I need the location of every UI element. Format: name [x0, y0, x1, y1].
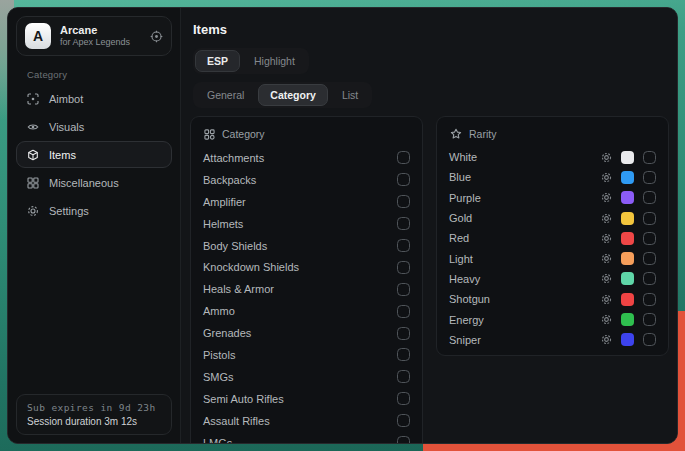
category-row: Heals & Armor	[203, 278, 410, 300]
category-list: AttachmentsBackpacksAmplifierHelmetsBody…	[203, 147, 410, 444]
category-checkbox-helmets[interactable]	[397, 217, 410, 230]
color-swatch-energy[interactable]	[621, 313, 634, 326]
rarity-item-label: White	[449, 151, 592, 163]
rarity-panel: Rarity WhiteBluePurpleGoldRedLightHeavyS…	[436, 116, 669, 356]
category-checkbox-smgs[interactable]	[397, 370, 410, 383]
sidebar-item-miscellaneous[interactable]: Miscellaneous	[16, 169, 172, 196]
rarity-row: Shotgun	[449, 289, 656, 309]
color-swatch-blue[interactable]	[621, 171, 634, 184]
category-item-label: Pistols	[203, 349, 235, 361]
gear-icon[interactable]	[601, 334, 612, 345]
category-row: Backpacks	[203, 169, 410, 191]
sidebar-item-label: Aimbot	[49, 93, 83, 105]
rarity-row: White	[449, 147, 656, 167]
sidebar-item-label: Visuals	[49, 121, 84, 133]
category-checkbox-heals-armor[interactable]	[397, 283, 410, 296]
gear-icon[interactable]	[601, 273, 612, 284]
rarity-item-label: Shotgun	[449, 293, 592, 305]
rarity-row: Sniper	[449, 330, 656, 350]
category-checkbox-knockdown-shields[interactable]	[397, 261, 410, 274]
rarity-row: Blue	[449, 167, 656, 187]
sidebar-item-label: Items	[49, 149, 76, 161]
color-swatch-light[interactable]	[621, 252, 634, 265]
rarity-row: Light	[449, 248, 656, 268]
rarity-panel-header: Rarity	[450, 128, 656, 140]
rarity-checkbox-light[interactable]	[643, 252, 656, 265]
star-icon	[450, 128, 462, 140]
category-row: SMGs	[203, 366, 410, 388]
category-checkbox-backpacks[interactable]	[397, 173, 410, 186]
color-swatch-heavy[interactable]	[621, 272, 634, 285]
rarity-item-label: Blue	[449, 171, 592, 183]
category-item-label: Ammo	[203, 305, 235, 317]
color-swatch-white[interactable]	[621, 151, 634, 164]
sidebar-item-label: Settings	[49, 205, 89, 217]
gear-icon[interactable]	[601, 152, 612, 163]
category-panel-header: Category	[204, 128, 410, 140]
view-tab-group: GeneralCategoryList	[193, 82, 372, 108]
category-row: Attachments	[203, 147, 410, 169]
sidebar-item-aimbot[interactable]: Aimbot	[16, 85, 172, 112]
gear-icon[interactable]	[601, 253, 612, 264]
gear-icon[interactable]	[601, 294, 612, 305]
category-checkbox-semi-auto-rifles[interactable]	[397, 392, 410, 405]
sidebar-nav: AimbotVisualsItemsMiscellaneousSettings	[8, 85, 180, 224]
rarity-item-label: Light	[449, 253, 592, 265]
category-checkbox-amplifier[interactable]	[397, 195, 410, 208]
tab-list[interactable]: List	[330, 84, 370, 106]
category-item-label: SMGs	[203, 371, 234, 383]
rarity-checkbox-white[interactable]	[643, 151, 656, 164]
app-header-card: A Arcane for Apex Legends	[16, 16, 172, 56]
category-checkbox-assault-rifles[interactable]	[397, 414, 410, 427]
tab-category[interactable]: Category	[258, 84, 328, 106]
subscription-info-card: Sub expires in 9d 23h Session duration 3…	[16, 394, 172, 435]
arcane-window: A Arcane for Apex Legends Category Aimbo…	[7, 7, 678, 444]
category-row: Body Shields	[203, 235, 410, 257]
target-icon[interactable]	[150, 30, 163, 43]
tab-highlight[interactable]: Highlight	[242, 50, 307, 72]
gear-icon[interactable]	[601, 213, 612, 224]
tab-esp[interactable]: ESP	[195, 50, 240, 72]
sidebar-item-visuals[interactable]: Visuals	[16, 113, 172, 140]
category-checkbox-ammo[interactable]	[397, 305, 410, 318]
rarity-item-label: Red	[449, 232, 592, 244]
gear-icon[interactable]	[601, 233, 612, 244]
category-checkbox-body-shields[interactable]	[397, 239, 410, 252]
rarity-checkbox-energy[interactable]	[643, 313, 656, 326]
category-item-label: Body Shields	[203, 240, 267, 252]
rarity-checkbox-red[interactable]	[643, 232, 656, 245]
color-swatch-sniper[interactable]	[621, 333, 634, 346]
rarity-item-label: Sniper	[449, 334, 592, 346]
gear-icon[interactable]	[601, 172, 612, 183]
rarity-item-label: Gold	[449, 212, 592, 224]
tab-general[interactable]: General	[195, 84, 256, 106]
gear-icon[interactable]	[601, 314, 612, 325]
sidebar-item-items[interactable]: Items	[16, 141, 172, 168]
sidebar-item-settings[interactable]: Settings	[16, 197, 172, 224]
category-checkbox-grenades[interactable]	[397, 327, 410, 340]
rarity-checkbox-purple[interactable]	[643, 191, 656, 204]
color-swatch-gold[interactable]	[621, 212, 634, 225]
rarity-checkbox-sniper[interactable]	[643, 333, 656, 346]
rarity-checkbox-heavy[interactable]	[643, 272, 656, 285]
color-swatch-purple[interactable]	[621, 191, 634, 204]
category-checkbox-pistols[interactable]	[397, 348, 410, 361]
color-swatch-shotgun[interactable]	[621, 293, 634, 306]
category-checkbox-attachments[interactable]	[397, 151, 410, 164]
rarity-row: Red	[449, 228, 656, 248]
category-row: Grenades	[203, 322, 410, 344]
rarity-checkbox-gold[interactable]	[643, 212, 656, 225]
gear-icon[interactable]	[601, 192, 612, 203]
category-item-label: Assault Rifles	[203, 415, 270, 427]
category-panel: Category AttachmentsBackpacksAmplifierHe…	[190, 116, 423, 444]
rarity-row: Purple	[449, 188, 656, 208]
color-swatch-red[interactable]	[621, 232, 634, 245]
sidebar-section-label: Category	[27, 69, 180, 80]
rarity-checkbox-blue[interactable]	[643, 171, 656, 184]
sub-expires-text: Sub expires in 9d 23h	[27, 402, 161, 413]
main-content: Items ESPHighlight GeneralCategoryList C…	[181, 8, 677, 443]
category-item-label: Semi Auto Rifles	[203, 393, 284, 405]
category-checkbox-lmgs[interactable]	[397, 436, 410, 444]
category-item-label: Heals & Armor	[203, 283, 274, 295]
rarity-checkbox-shotgun[interactable]	[643, 293, 656, 306]
